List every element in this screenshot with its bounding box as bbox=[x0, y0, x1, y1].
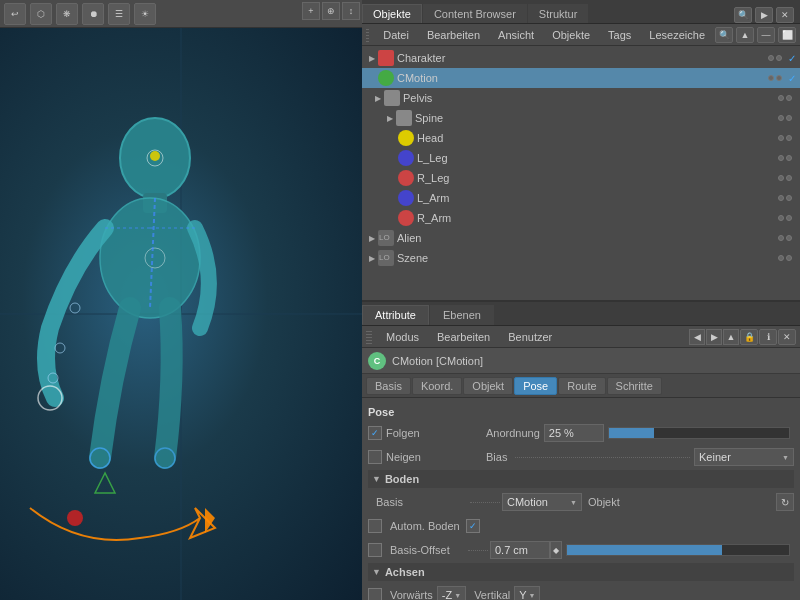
bias-dots bbox=[515, 457, 690, 458]
menu-ansicht[interactable]: Ansicht bbox=[490, 27, 542, 43]
expand-icon[interactable]: ⬜ bbox=[778, 27, 796, 43]
info-icon[interactable]: ℹ bbox=[759, 329, 777, 345]
refresh-icon[interactable]: ↻ bbox=[776, 493, 794, 511]
tab-ebenen[interactable]: Ebenen bbox=[430, 305, 494, 325]
menu-datei[interactable]: Datei bbox=[375, 27, 417, 43]
dots-l-leg bbox=[778, 155, 792, 161]
tool-icon-1[interactable]: ↩ bbox=[4, 3, 26, 25]
tool-icon-3[interactable]: ❋ bbox=[56, 3, 78, 25]
tree-arrow-alien[interactable]: ▶ bbox=[366, 232, 378, 244]
nav-up-icon[interactable]: ▲ bbox=[723, 329, 739, 345]
vorwarts-checkbox[interactable] bbox=[368, 588, 382, 600]
tree-arrow-spine[interactable]: ▶ bbox=[384, 112, 396, 124]
subtab-basis[interactable]: Basis bbox=[366, 377, 411, 395]
tool-icon-2[interactable]: ⬡ bbox=[30, 3, 52, 25]
subtab-koord[interactable]: Koord. bbox=[412, 377, 462, 395]
subtab-route[interactable]: Route bbox=[558, 377, 605, 395]
vorwarts-dropdown[interactable]: -Z ▼ bbox=[437, 586, 466, 600]
attr-menu-bearbeiten[interactable]: Bearbeiten bbox=[429, 329, 498, 345]
neigen-checkbox[interactable] bbox=[368, 450, 382, 464]
check-charakter: ✓ bbox=[788, 53, 796, 64]
vertikal-dropdown[interactable]: Y ▼ bbox=[514, 586, 540, 600]
tab-struktur[interactable]: Struktur bbox=[528, 4, 589, 23]
close-panel-icon[interactable]: ✕ bbox=[776, 7, 794, 23]
offset-slider[interactable] bbox=[566, 544, 790, 556]
cmotion-icon: C bbox=[368, 352, 386, 370]
dots-alien bbox=[778, 235, 792, 241]
transform-btn-1[interactable]: + bbox=[302, 2, 320, 20]
attr-menu-benutzer[interactable]: Benutzer bbox=[500, 329, 560, 345]
basis-dropdown[interactable]: CMotion ▼ bbox=[502, 493, 582, 511]
subtab-objekt[interactable]: Objekt bbox=[463, 377, 513, 395]
tree-item-spine[interactable]: ▶ Spine bbox=[362, 108, 800, 128]
basis-offset-label: Basis-Offset bbox=[386, 544, 466, 556]
triangle-up-icon[interactable]: ▲ bbox=[736, 27, 754, 43]
menu-bearbeiten[interactable]: Bearbeiten bbox=[419, 27, 488, 43]
tree-item-cmotion[interactable]: CMotion ✓ bbox=[362, 68, 800, 88]
menu-objekte[interactable]: Objekte bbox=[544, 27, 598, 43]
nav-back-icon[interactable]: ◀ bbox=[689, 329, 705, 345]
tool-icon-6[interactable]: ☀ bbox=[134, 3, 156, 25]
tree-item-l-arm[interactable]: L_Arm bbox=[362, 188, 800, 208]
tab-objekte[interactable]: Objekte bbox=[362, 4, 422, 23]
transform-btn-3[interactable]: ↕ bbox=[342, 2, 360, 20]
transform-btn-2[interactable]: ⊕ bbox=[322, 2, 340, 20]
tree-item-r-arm[interactable]: R_Arm bbox=[362, 208, 800, 228]
attr-menu-modus[interactable]: Modus bbox=[378, 329, 427, 345]
tree-item-head[interactable]: Head bbox=[362, 128, 800, 148]
tree-item-charakter[interactable]: ▶ Charakter ✓ bbox=[362, 48, 800, 68]
boden-section-header[interactable]: ▼ Boden bbox=[368, 470, 794, 488]
label-charakter: Charakter bbox=[397, 52, 768, 64]
anordnung-value[interactable]: 25 % bbox=[544, 424, 604, 442]
tree-item-szene[interactable]: ▶ LO Szene bbox=[362, 248, 800, 268]
search-objects-icon[interactable]: 🔍 bbox=[715, 27, 733, 43]
tree-item-alien[interactable]: ▶ LO Alien bbox=[362, 228, 800, 248]
menu-lesezeiche[interactable]: Lesezeiche bbox=[641, 27, 713, 43]
subtab-pose[interactable]: Pose bbox=[514, 377, 557, 395]
tree-item-l-leg[interactable]: L_Leg bbox=[362, 148, 800, 168]
tree-arrow-charakter[interactable]: ▶ bbox=[366, 52, 378, 64]
check-cmotion: ✓ bbox=[788, 73, 796, 84]
svg-marker-18 bbox=[95, 473, 115, 493]
folgen-checkbox[interactable] bbox=[368, 426, 382, 440]
tree-arrow-pelvis[interactable]: ▶ bbox=[372, 92, 384, 104]
svg-point-14 bbox=[67, 510, 83, 526]
objekt-label: Objekt bbox=[588, 496, 620, 508]
tool-icon-4[interactable]: ⏺ bbox=[82, 3, 104, 25]
basis-offset-value[interactable]: 0.7 cm bbox=[490, 541, 550, 559]
anordnung-slider[interactable] bbox=[608, 427, 790, 439]
tree-item-r-leg[interactable]: R_Leg bbox=[362, 168, 800, 188]
basis-offset-row: Basis-Offset 0.7 cm ◆ bbox=[368, 539, 794, 561]
basis-dots bbox=[470, 502, 500, 503]
tab-attribute[interactable]: Attribute bbox=[362, 305, 429, 325]
icon-charakter bbox=[378, 50, 394, 66]
close-attr-icon[interactable]: ✕ bbox=[778, 329, 796, 345]
icon-pelvis bbox=[384, 90, 400, 106]
achsen-section-header[interactable]: ▼ Achsen bbox=[368, 563, 794, 581]
new-icon[interactable]: ▶ bbox=[755, 7, 773, 23]
subtab-schritte[interactable]: Schritte bbox=[607, 377, 662, 395]
tree-arrow-szene[interactable]: ▶ bbox=[366, 252, 378, 264]
svg-point-15 bbox=[70, 303, 80, 313]
search-icon[interactable]: 🔍 bbox=[734, 7, 752, 23]
menu-tags[interactable]: Tags bbox=[600, 27, 639, 43]
tool-icon-5[interactable]: ☰ bbox=[108, 3, 130, 25]
vorwarts-row: Vorwärts -Z ▼ Vertikal Y ▼ bbox=[368, 584, 794, 600]
object-menu-bar: Datei Bearbeiten Ansicht Objekte Tags Le… bbox=[362, 24, 800, 46]
tree-item-pelvis[interactable]: ▶ Pelvis bbox=[362, 88, 800, 108]
attr-grip bbox=[366, 329, 372, 345]
bias-dropdown[interactable]: Keiner ▼ bbox=[694, 448, 794, 466]
nav-forward-icon[interactable]: ▶ bbox=[706, 329, 722, 345]
lock-icon[interactable]: 🔒 bbox=[740, 329, 758, 345]
basis-offset-checkbox[interactable] bbox=[368, 543, 382, 557]
autom-boden-check2[interactable] bbox=[466, 519, 480, 533]
offset-stepper[interactable]: ◆ bbox=[550, 541, 562, 559]
label-alien: Alien bbox=[397, 232, 778, 244]
attr-content: Pose Folgen Anordnung 25 % Neigen Bias K… bbox=[362, 398, 800, 600]
tab-content-browser[interactable]: Content Browser bbox=[423, 4, 527, 23]
right-panel: Objekte Content Browser Struktur 🔍 ▶ ✕ D… bbox=[362, 0, 800, 600]
object-tree: ▶ Charakter ✓ CMotion ✓ ▶ Pelvis bbox=[362, 46, 800, 300]
minimize-icon[interactable]: — bbox=[757, 27, 775, 43]
dots-r-arm bbox=[778, 215, 792, 221]
autom-boden-checkbox[interactable] bbox=[368, 519, 382, 533]
